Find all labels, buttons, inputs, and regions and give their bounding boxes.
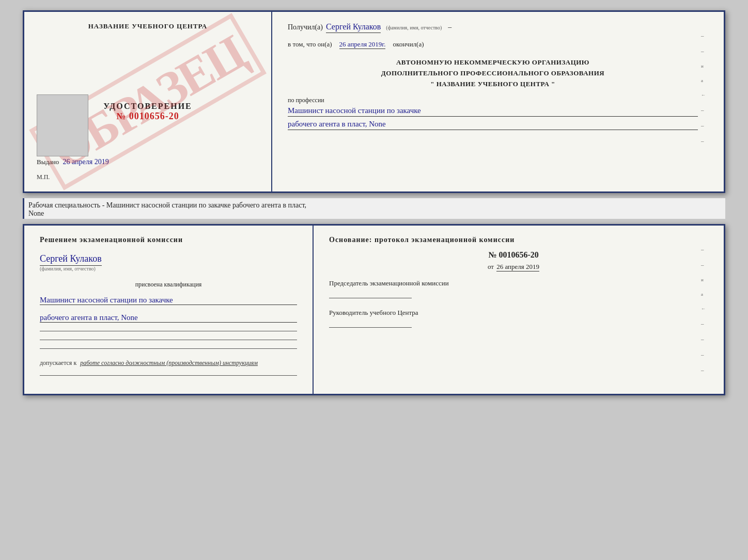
org-line3: " НАЗВАНИЕ УЧЕБНОГО ЦЕНТРА " bbox=[288, 79, 698, 90]
center-title: НАЗВАНИЕ УЧЕБНОГО ЦЕНТРА bbox=[37, 22, 259, 30]
underline-2 bbox=[40, 340, 297, 340]
org-line1: АВТОНОМНУЮ НЕКОММЕРЧЕСКУЮ ОРГАНИЗАЦИЮ bbox=[288, 57, 698, 68]
poluchil-label: Получил(а) bbox=[288, 23, 323, 31]
fio-sub: (фамилия, имя, отчество) bbox=[386, 25, 442, 30]
bottom-name-block: Сергей Кулаков (фамилия, имя, отчество) bbox=[40, 253, 297, 271]
vtom-label: в том, что он(а) bbox=[288, 40, 332, 49]
resheniyem-title: Решением экзаменационной комиссии bbox=[40, 236, 297, 244]
vtom-date: 26 апреля 2019г. bbox=[339, 40, 386, 49]
mp-label: М.П. bbox=[37, 173, 259, 181]
top-document: НАЗВАНИЕ УЧЕБНОГО ЦЕНТРА ОБРАЗЕЦ УДОСТОВ… bbox=[23, 10, 725, 193]
bottom-document: Решением экзаменационной комиссии Сергей… bbox=[23, 224, 725, 395]
org-line2: ДОПОЛНИТЕЛЬНОГО ПРОФЕССИОНАЛЬНОГО ОБРАЗО… bbox=[288, 68, 698, 79]
right-inner: Получил(а) Сергей Кулаков (фамилия, имя,… bbox=[288, 22, 708, 154]
right-main: Получил(а) Сергей Кулаков (фамилия, имя,… bbox=[288, 22, 698, 154]
subtitle-line1: Рабочая специальность - Машинист насосно… bbox=[28, 201, 721, 210]
bottom-right-inner: Основание: протокол экзаменационной коми… bbox=[329, 236, 708, 383]
dopuskaetsya-val: работе согласно должностным (производств… bbox=[80, 359, 258, 366]
profession-line2: рабочего агента в пласт, None bbox=[288, 120, 698, 130]
osnovanie-title: Основание: протокол экзаменационной коми… bbox=[329, 236, 698, 244]
okonchil-label: окончил(а) bbox=[393, 40, 424, 49]
dopuskaetsya-block: допускается к работе согласно должностны… bbox=[40, 359, 297, 367]
bottom-name-sub: (фамилия, имя, отчество) bbox=[40, 266, 297, 271]
poluchil-line: Получил(а) Сергей Кулаков (фамилия, имя,… bbox=[288, 22, 698, 33]
protocol-number: № 0010656-20 bbox=[329, 250, 698, 260]
subtitle-block: Рабочая специальность - Машинист насосно… bbox=[23, 198, 725, 219]
subtitle-line2: None bbox=[28, 210, 721, 218]
predsedatel-label: Председатель экзаменационной комиссии bbox=[329, 279, 698, 287]
dopuskaetsya-label: допускается к bbox=[40, 359, 76, 366]
top-doc-left: НАЗВАНИЕ УЧЕБНОГО ЦЕНТРА ОБРАЗЕЦ УДОСТОВ… bbox=[24, 12, 272, 191]
bottom-recipient-name: Сергей Кулаков bbox=[40, 253, 102, 266]
po-professii-label: по профессии bbox=[288, 97, 698, 104]
underline-1 bbox=[40, 331, 297, 331]
bottom-right-main: Основание: протокол экзаменационной коми… bbox=[329, 236, 698, 383]
qual-line1: Машинист насосной станции по закачке bbox=[40, 296, 297, 305]
qual-line2: рабочего агента в пласт, None bbox=[40, 313, 297, 323]
bottom-right-dashes: – – и а ← – – – – bbox=[698, 236, 708, 383]
vtom-line: в том, что он(а) 26 апреля 2019г. окончи… bbox=[288, 40, 698, 49]
recipient-name: Сергей Кулаков bbox=[326, 22, 381, 33]
bottom-doc-right: Основание: протокол экзаменационной коми… bbox=[314, 226, 724, 394]
ot-label: от bbox=[488, 263, 494, 270]
rukovoditel-sign-line bbox=[329, 327, 412, 328]
predsedatel-sign-line bbox=[329, 298, 412, 298]
right-side-dashes: – – и а ← – – – bbox=[698, 22, 708, 154]
org-block: АВТОНОМНУЮ НЕКОММЕРЧЕСКУЮ ОРГАНИЗАЦИЮ ДО… bbox=[288, 57, 698, 89]
dash1: – bbox=[448, 23, 451, 31]
profession-line1: Машинист насосной станции по закачке bbox=[288, 106, 698, 117]
underline-4 bbox=[40, 375, 297, 376]
rukovoditel-block: Руководитель учебного Центра bbox=[329, 309, 698, 328]
prisvoena-text: присвоена квалификация bbox=[40, 281, 297, 289]
ot-date: 26 апреля 2019 bbox=[496, 263, 539, 271]
photo-placeholder bbox=[37, 94, 88, 156]
ot-date-block: от 26 апреля 2019 bbox=[329, 263, 698, 271]
bottom-doc-left: Решением экзаменационной комиссии Сергей… bbox=[24, 226, 314, 394]
top-doc-right: Получил(а) Сергей Кулаков (фамилия, имя,… bbox=[272, 12, 724, 191]
predsedatel-block: Председатель экзаменационной комиссии bbox=[329, 279, 698, 298]
vydano-date: 26 апреля 2019 bbox=[63, 158, 109, 166]
vydano-label: Выдано bbox=[37, 158, 59, 166]
rukovoditel-label: Руководитель учебного Центра bbox=[329, 309, 698, 317]
underline-3 bbox=[40, 348, 297, 349]
